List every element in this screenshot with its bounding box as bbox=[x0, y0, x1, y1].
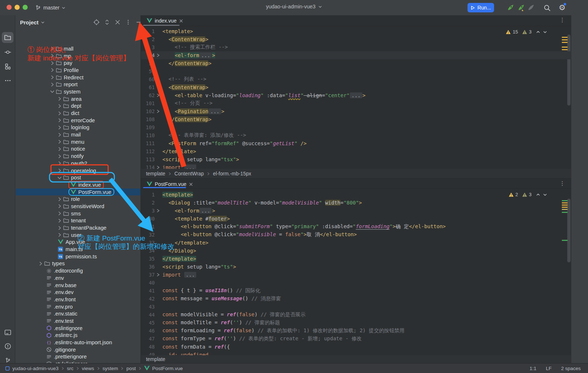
code-line-37[interactable]: 37import ... bbox=[141, 271, 571, 279]
fold-chevron-icon[interactable] bbox=[155, 165, 161, 169]
tree-item-dict[interactable]: dict bbox=[16, 110, 141, 117]
tree-item--env-base[interactable]: .env.base bbox=[16, 282, 141, 289]
chevron-right-icon[interactable] bbox=[49, 82, 55, 87]
problems-tool-button[interactable] bbox=[2, 341, 13, 352]
tree-item-sensitiveword[interactable]: sensitiveWord bbox=[16, 203, 141, 210]
chevron-right-icon[interactable] bbox=[49, 60, 55, 66]
hide-panel-button[interactable] bbox=[135, 19, 141, 26]
tree-item-mp[interactable]: mp bbox=[16, 52, 141, 60]
chevron-right-icon[interactable] bbox=[56, 160, 63, 166]
tree-item-notify[interactable]: notify bbox=[16, 152, 141, 160]
code-line-44[interactable]: 44const modelVisible = ref(false) // 弹窗的… bbox=[141, 311, 571, 319]
fold-chevron-icon[interactable] bbox=[155, 53, 161, 57]
code-line-110[interactable]: 110 <!-- 表单弹窗: 添加/修改 --> bbox=[141, 131, 571, 139]
tree-item-menu[interactable]: menu bbox=[16, 138, 141, 146]
code-line-112[interactable]: 112</template> bbox=[141, 147, 571, 155]
tree-item-permission-ts[interactable]: TSpermission.ts bbox=[16, 253, 141, 260]
statusbar-path-segment[interactable]: src bbox=[67, 366, 74, 371]
code-line-3[interactable]: 3 <!-- 搜索工作栏 --> bbox=[141, 43, 571, 51]
chevron-right-icon[interactable] bbox=[49, 46, 55, 52]
tree-item--env-front[interactable]: .env.front bbox=[16, 296, 141, 303]
plugin-rocket-run-icon[interactable] bbox=[506, 3, 515, 12]
tree-item-role[interactable]: role bbox=[16, 195, 141, 203]
chevron-right-icon[interactable] bbox=[38, 261, 44, 266]
tree-item--eslintrc-js[interactable]: .eslintrc.js bbox=[16, 332, 141, 339]
tree-item-postform-vue[interactable]: PostForm.vue bbox=[16, 189, 141, 196]
fold-chevron-icon[interactable] bbox=[155, 109, 161, 114]
database-tool-button[interactable] bbox=[575, 36, 585, 46]
chevron-right-icon[interactable] bbox=[56, 118, 63, 123]
fold-chevron-icon[interactable] bbox=[155, 209, 161, 213]
chevron-right-icon[interactable] bbox=[56, 232, 63, 238]
code-line-48[interactable]: 48const formData = ref({ bbox=[141, 343, 571, 351]
macos-minimize-button[interactable] bbox=[15, 5, 20, 10]
tree-item-profile[interactable]: Profile bbox=[16, 67, 141, 74]
code-line-2[interactable]: 2 <ContentWrap> bbox=[141, 35, 571, 43]
close-icon[interactable] bbox=[179, 19, 183, 23]
code-line-46[interactable]: 46const formLoading = ref(false) // 表单的加… bbox=[141, 327, 571, 335]
chevron-down-icon[interactable] bbox=[49, 89, 55, 95]
tree-item-oauth2[interactable]: oauth2 bbox=[16, 160, 141, 167]
code-line-108[interactable]: 108 </ContentWrap> bbox=[141, 115, 571, 123]
settings-button[interactable]: ⚙ bbox=[557, 3, 567, 12]
chevron-right-icon[interactable] bbox=[56, 96, 63, 102]
chevron-right-icon[interactable] bbox=[49, 75, 55, 80]
breadcrumb-segment[interactable]: ContentWrap bbox=[174, 171, 204, 176]
code-line-1[interactable]: 1<template> bbox=[141, 191, 571, 199]
tree-item-pay[interactable]: pay bbox=[16, 59, 141, 67]
chevron-right-icon[interactable] bbox=[56, 124, 63, 130]
tree-item-mail[interactable]: mail bbox=[16, 131, 141, 138]
code-line-101[interactable]: 101 <!-- 分页 --> bbox=[141, 99, 571, 107]
tree-item-sms[interactable]: sms bbox=[16, 210, 141, 217]
chevron-right-icon[interactable] bbox=[56, 203, 63, 209]
search-everywhere-button[interactable] bbox=[542, 3, 552, 12]
notifications-button[interactable] bbox=[575, 20, 585, 30]
code-line-102[interactable]: 102 <Pagination...> bbox=[141, 107, 571, 115]
tree-item-area[interactable]: area bbox=[16, 95, 141, 103]
code-line-34[interactable]: 34 </Dialog> bbox=[141, 247, 571, 255]
statusbar-path-segment[interactable]: yudao-ui-admin-vue3 bbox=[12, 366, 59, 371]
tree-item--env-test[interactable]: .env.test bbox=[16, 317, 141, 325]
code-line-109[interactable]: 109 bbox=[141, 123, 571, 131]
chevron-right-icon[interactable] bbox=[56, 218, 63, 223]
code-line-43[interactable]: 43 bbox=[141, 303, 571, 311]
code-line-114[interactable]: 114import ... bbox=[141, 163, 571, 169]
tab-index-vue[interactable]: index.vue bbox=[143, 16, 187, 25]
tree-item-app-vue[interactable]: App.vue bbox=[16, 239, 141, 246]
tree-item-post[interactable]: post bbox=[16, 174, 141, 181]
tree-item-redirect[interactable]: Redirect bbox=[16, 74, 141, 81]
tree-item-mall[interactable]: mall bbox=[16, 45, 141, 52]
top-editor[interactable]: 15 3 1<template>2 <ContentWrap>3 <!-- 搜索… bbox=[141, 27, 571, 169]
tree-item-report[interactable]: report bbox=[16, 81, 141, 88]
tree-item--editorconfig[interactable]: .editorconfig bbox=[16, 267, 141, 274]
plugin-rocket-debug-icon[interactable] bbox=[516, 3, 526, 12]
chevron-right-icon[interactable] bbox=[56, 103, 63, 109]
structure-tool-button[interactable] bbox=[2, 61, 13, 72]
tree-item--stylelintignore[interactable]: .stylelintignore bbox=[16, 360, 141, 363]
expand-all-button[interactable] bbox=[103, 19, 111, 26]
close-icon[interactable] bbox=[189, 182, 193, 186]
code-line-61[interactable]: 61 <ContentWrap> bbox=[141, 83, 571, 91]
code-line-30[interactable]: 30 <template #footer> bbox=[141, 215, 571, 223]
bottom-breadcrumbs[interactable]: template bbox=[141, 355, 571, 363]
code-line-45[interactable]: 45const modelTitle = ref('') // 弹窗的标题 bbox=[141, 319, 571, 327]
tree-item--gitignore[interactable]: .gitignore bbox=[16, 346, 141, 353]
code-line-113[interactable]: 113<script setup lang="tsx"> bbox=[141, 155, 571, 163]
project-tool-button[interactable] bbox=[2, 32, 13, 43]
code-line-31[interactable]: 31 <el-button @click="submitForm" type="… bbox=[141, 223, 571, 231]
code-line-47[interactable]: 47const formType = ref('') // 表单的类型: cre… bbox=[141, 335, 571, 343]
chevron-right-icon[interactable] bbox=[56, 110, 63, 116]
chevron-down-icon[interactable] bbox=[56, 175, 63, 180]
tree-item-types[interactable]: types bbox=[16, 260, 141, 267]
code-line-62[interactable]: 62 <el-table v-loading="loading" :data="… bbox=[141, 91, 571, 99]
statusbar-file[interactable]: PostForm.vue bbox=[152, 366, 183, 371]
macos-close-button[interactable] bbox=[7, 5, 12, 10]
chevron-right-icon[interactable] bbox=[49, 67, 55, 73]
breadcrumb-segment[interactable]: template bbox=[146, 171, 165, 176]
project-title-selector[interactable]: yudao-ui-admin-vue3 bbox=[266, 4, 322, 9]
tree-item-tenant[interactable]: tenant bbox=[16, 217, 141, 225]
tree-item-errorcode[interactable]: errorCode bbox=[16, 117, 141, 124]
code-line-41[interactable]: 41const { t } = useI18n() // 国际化 bbox=[141, 287, 571, 295]
tree-item--eslintignore[interactable]: .eslintignore bbox=[16, 325, 141, 332]
fold-chevron-icon[interactable] bbox=[155, 93, 161, 98]
